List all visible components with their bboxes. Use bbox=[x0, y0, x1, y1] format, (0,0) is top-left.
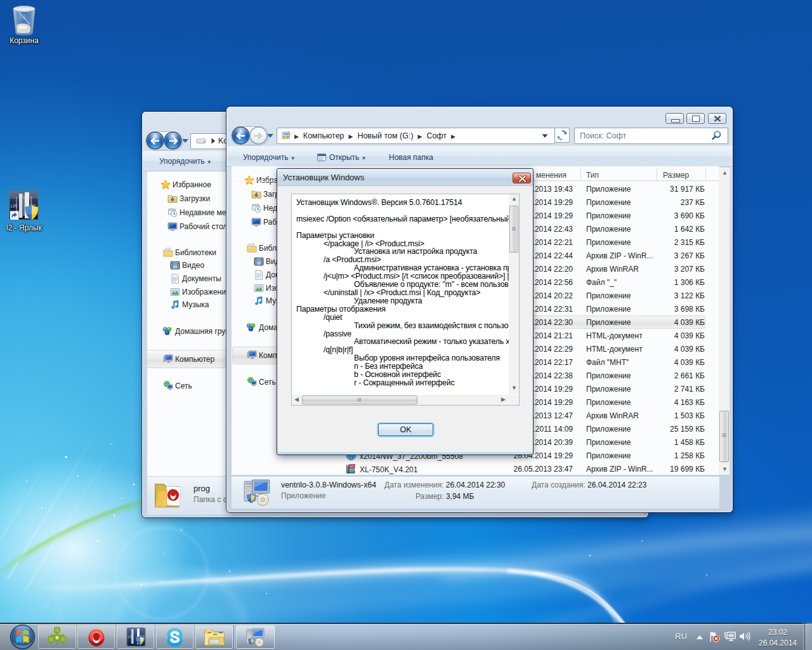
svg-text:LIN: LIN bbox=[11, 204, 17, 208]
svg-text:LIN: LIN bbox=[128, 635, 134, 639]
